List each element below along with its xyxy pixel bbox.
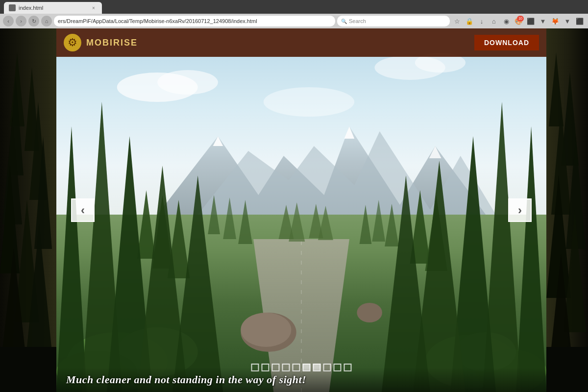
caption-text: Much cleaner and not standing in the way… — [66, 373, 306, 386]
next-slide-button[interactable]: › — [508, 198, 532, 222]
app-logo-icon: ⚙ — [64, 34, 81, 51]
svg-point-29 — [357, 303, 382, 322]
menu-arrow-icon[interactable]: ▼ — [538, 16, 548, 26]
right-sidebar — [546, 28, 588, 392]
home-icon[interactable]: ⌂ — [489, 16, 499, 26]
nav-bar: ‹ › ↻ ⌂ ers/DreamPiF/AppData/Local/Temp/… — [0, 14, 588, 28]
search-placeholder: Search — [349, 18, 366, 24]
forward-button[interactable]: › — [16, 16, 26, 26]
prev-slide-button[interactable]: ‹ — [71, 198, 95, 222]
bookmark-icon[interactable]: ☆ — [452, 16, 463, 26]
url-text: ers/DreamPiF/AppData/Local/Temp/Mobirise… — [58, 18, 257, 24]
next-arrow-icon: › — [518, 203, 522, 217]
download-manager-icon[interactable]: ↓ — [476, 16, 487, 26]
firefox-icon[interactable]: 🦊 — [550, 16, 561, 26]
tab-close-button[interactable]: × — [90, 4, 97, 11]
svg-point-15 — [157, 70, 218, 95]
home-button[interactable]: ⌂ — [41, 16, 52, 26]
left-sidebar — [0, 28, 56, 392]
prev-arrow-icon: ‹ — [81, 203, 85, 217]
url-bar[interactable]: ers/DreamPiF/AppData/Local/Temp/Mobirise… — [54, 16, 335, 26]
website-content: ⚙ MOBIRISE DOWNLOAD — [0, 28, 588, 392]
browser-tab[interactable]: index.html × — [4, 2, 102, 14]
tab-title: index.html — [19, 5, 43, 11]
left-forest-svg — [0, 28, 56, 392]
download-button[interactable]: DOWNLOAD — [474, 35, 539, 50]
extensions-icon[interactable]: 🎨 10 — [513, 16, 524, 26]
app-name: MOBIRISE — [86, 38, 138, 48]
back-button[interactable]: ‹ — [3, 16, 14, 26]
tab-bar: index.html × — [0, 0, 588, 14]
svg-rect-70 — [546, 347, 588, 392]
firefox-arrow-icon[interactable]: ▼ — [562, 16, 573, 26]
notification-badge: 10 — [517, 16, 524, 22]
tab-favicon — [9, 4, 16, 11]
mountain-scene-svg — [56, 28, 546, 392]
opera-icon[interactable]: ◉ — [501, 16, 512, 26]
browser-chrome: index.html × ‹ › ↻ ⌂ ers/DreamPiF/AppDat… — [0, 0, 588, 28]
lock-icon[interactable]: 🔒 — [464, 16, 475, 26]
svg-point-28 — [241, 313, 291, 347]
search-bar[interactable]: 🔍 Search — [337, 16, 450, 26]
slider-container: ⚙ MOBIRISE DOWNLOAD — [56, 28, 546, 392]
search-icon: 🔍 — [341, 19, 347, 24]
gear-icon: ⚙ — [68, 36, 77, 49]
slide-caption: Much cleaner and not standing in the way… — [56, 368, 546, 392]
right-forest-svg — [546, 28, 588, 392]
svg-rect-12 — [0, 347, 56, 392]
slide-image — [56, 28, 546, 392]
menu-icon[interactable]: ⬛ — [525, 16, 536, 26]
extra-icon[interactable]: ⬛ — [574, 16, 585, 26]
reload-button[interactable]: ↻ — [28, 16, 39, 26]
svg-point-18 — [264, 87, 355, 117]
app-header: ⚙ MOBIRISE DOWNLOAD — [56, 28, 546, 57]
nav-icons-right: ☆ 🔒 ↓ ⌂ ◉ 🎨 10 ⬛ ▼ 🦊 ▼ ⬛ — [452, 16, 585, 26]
